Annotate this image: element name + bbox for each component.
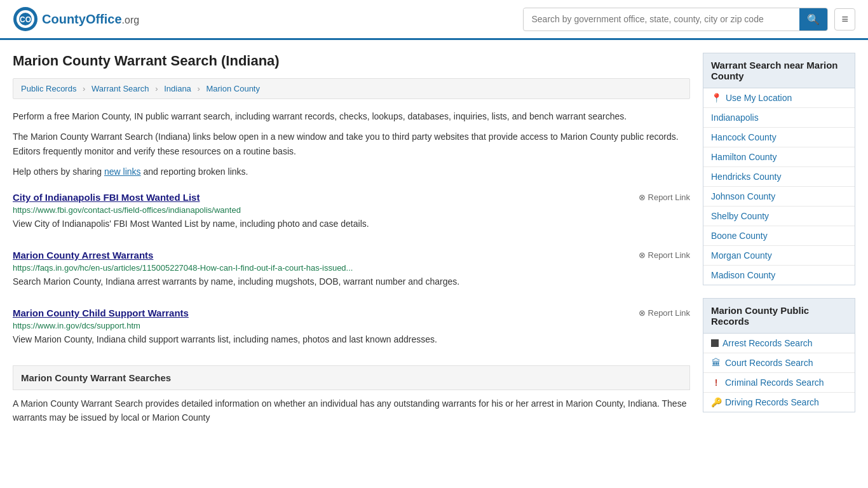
header: CO CountyOffice.org 🔍 ≡ [0, 0, 868, 40]
list-item-morgan-county: Morgan County [703, 246, 855, 266]
result-title-3[interactable]: Marion County Child Support Warrants [13, 308, 189, 318]
sidebar-public-records-section: Marion County Public Records Arrest Reco… [703, 298, 855, 412]
description-3: Help others by sharing new links and rep… [13, 165, 690, 179]
report-link-2[interactable]: ⊗ Report Link [639, 250, 690, 260]
main-container: Marion County Warrant Search (Indiana) P… [0, 40, 868, 438]
hendricks-county-link[interactable]: Hendricks County [711, 172, 847, 182]
section-desc: A Marion County Warrant Search provides … [13, 396, 690, 425]
list-item-court-records: 🏛 Court Records Search [703, 353, 855, 373]
court-records-link[interactable]: 🏛 Court Records Search [711, 358, 847, 368]
breadcrumb: Public Records › Warrant Search › Indian… [13, 78, 690, 99]
description-1: Perform a free Marion County, IN public … [13, 109, 690, 123]
logo-icon: CO [13, 6, 38, 32]
result-desc-2: Search Marion County, Indiana arrest war… [13, 275, 690, 288]
result-title-1[interactable]: City of Indianapolis FBI Most Wanted Lis… [13, 192, 200, 203]
menu-button[interactable]: ≡ [834, 8, 855, 30]
driving-records-link[interactable]: 🔑 Driving Records Search [711, 397, 847, 407]
result-url-3: https://www.in.gov/dcs/support.htm [13, 321, 690, 330]
criminal-records-icon: ! [711, 377, 721, 388]
breadcrumb-marion-county[interactable]: Marion County [206, 84, 260, 93]
use-my-location-link[interactable]: 📍 Use My Location [711, 93, 847, 103]
sidebar-nearby-title: Warrant Search near Marion County [703, 53, 855, 88]
criminal-records-link[interactable]: ! Criminal Records Search [711, 377, 847, 388]
page-title: Marion County Warrant Search (Indiana) [13, 53, 690, 69]
report-link-3[interactable]: ⊗ Report Link [639, 308, 690, 318]
madison-county-link[interactable]: Madison County [711, 270, 847, 280]
hancock-county-link[interactable]: Hancock County [711, 132, 847, 142]
search-button[interactable]: 🔍 [799, 8, 827, 30]
breadcrumb-warrant-search[interactable]: Warrant Search [92, 84, 149, 93]
search-input[interactable] [524, 9, 799, 29]
content-area: Marion County Warrant Search (Indiana) P… [13, 53, 690, 425]
list-item-boone-county: Boone County [703, 226, 855, 246]
location-icon: 📍 [711, 93, 722, 103]
list-item-use-my-location: 📍 Use My Location [703, 88, 855, 108]
description-2: The Marion County Warrant Search (Indian… [13, 130, 690, 158]
list-item-madison-county: Madison County [703, 266, 855, 285]
court-records-icon: 🏛 [711, 358, 721, 368]
list-item-johnson-county: Johnson County [703, 187, 855, 207]
search-bar: 🔍 [523, 8, 828, 31]
result-item-2: Marion County Arrest Warrants ⊗ Report L… [13, 250, 690, 295]
header-right: 🔍 ≡ [523, 8, 855, 31]
section-header: Marion County Warrant Searches [13, 365, 690, 390]
breadcrumb-public-records[interactable]: Public Records [21, 84, 76, 93]
arrest-records-icon [711, 339, 719, 347]
report-link-1[interactable]: ⊗ Report Link [639, 193, 690, 202]
list-item-shelby-county: Shelby County [703, 207, 855, 226]
svg-text:CO: CO [20, 15, 31, 24]
new-links-link[interactable]: new links [104, 166, 141, 177]
list-item-hendricks-county: Hendricks County [703, 167, 855, 187]
johnson-county-link[interactable]: Johnson County [711, 191, 847, 201]
list-item-hamilton-county: Hamilton County [703, 147, 855, 167]
logo-text: CountyOffice.org [42, 12, 139, 27]
result-item-3: Marion County Child Support Warrants ⊗ R… [13, 308, 690, 353]
result-title-2[interactable]: Marion County Arrest Warrants [13, 250, 153, 261]
sidebar-nearby-list: 📍 Use My Location Indianapolis Hancock C… [703, 88, 855, 285]
breadcrumb-indiana[interactable]: Indiana [164, 84, 191, 93]
list-item-criminal-records: ! Criminal Records Search [703, 373, 855, 393]
hamilton-county-link[interactable]: Hamilton County [711, 152, 847, 162]
sidebar-public-records-title: Marion County Public Records [703, 298, 855, 334]
list-item-indianapolis: Indianapolis [703, 108, 855, 128]
sidebar-public-records-list: Arrest Records Search 🏛 Court Records Se… [703, 334, 855, 412]
arrest-records-link[interactable]: Arrest Records Search [711, 338, 847, 348]
result-desc-3: View Marion County, Indiana child suppor… [13, 333, 690, 346]
logo-area: CO CountyOffice.org [13, 6, 139, 32]
boone-county-link[interactable]: Boone County [711, 231, 847, 241]
list-item-hancock-county: Hancock County [703, 128, 855, 147]
sidebar-nearby-section: Warrant Search near Marion County 📍 Use … [703, 53, 855, 285]
sidebar: Warrant Search near Marion County 📍 Use … [703, 53, 855, 425]
morgan-county-link[interactable]: Morgan County [711, 250, 847, 261]
indianapolis-link[interactable]: Indianapolis [711, 112, 847, 123]
driving-records-icon: 🔑 [711, 397, 721, 407]
result-desc-1: View City of Indianapolis' FBI Most Want… [13, 217, 690, 231]
result-url-2: https://faqs.in.gov/hc/en-us/articles/11… [13, 263, 690, 273]
list-item-arrest-records: Arrest Records Search [703, 334, 855, 353]
shelby-county-link[interactable]: Shelby County [711, 211, 847, 221]
result-item-1: City of Indianapolis FBI Most Wanted Lis… [13, 192, 690, 237]
list-item-driving-records: 🔑 Driving Records Search [703, 393, 855, 412]
result-url-1: https://www.fbi.gov/contact-us/field-off… [13, 205, 690, 215]
